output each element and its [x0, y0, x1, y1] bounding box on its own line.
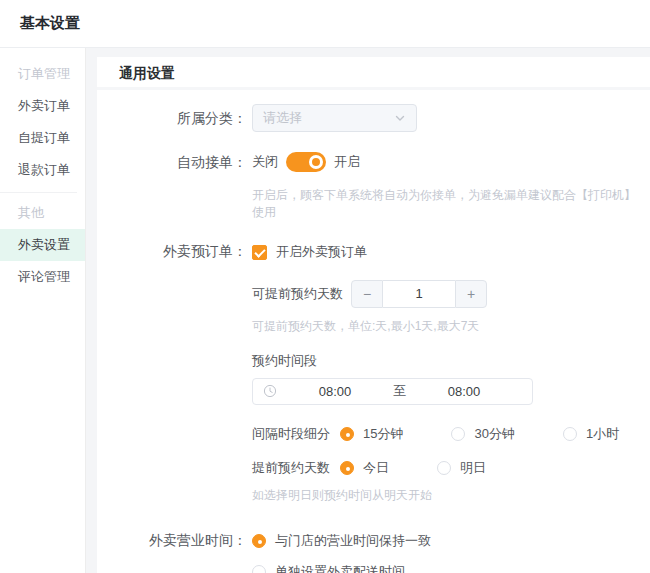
radio-same-as-store-hours[interactable]: 与门店的营业时间保持一致: [252, 532, 588, 550]
radio-selected-icon: [340, 461, 354, 475]
preorder-label: 外卖预订单：: [97, 243, 247, 260]
business-hours-label: 外卖营业时间：: [97, 532, 247, 549]
auto-accept-toggle[interactable]: [286, 152, 326, 172]
category-select[interactable]: 请选择: [252, 104, 417, 132]
stepper-decrease-button[interactable]: −: [351, 280, 383, 308]
interval-label: 间隔时段细分: [252, 425, 330, 443]
interval-radio-group: 间隔时段细分 15分钟 30分钟 1小时: [252, 425, 636, 443]
auto-accept-label: 自动接单：: [97, 148, 247, 176]
start-time-value[interactable]: 08:00: [277, 384, 393, 399]
advance-days-input[interactable]: [383, 280, 455, 308]
advance-days-line: 可提前预约天数 − +: [252, 280, 636, 308]
preorder-enable-label: 开启外卖预订单: [276, 243, 367, 261]
radio-selected-icon: [340, 427, 354, 441]
business-hours-row: 外卖营业时间： 与门店的营业时间保持一致 单独设置外卖配送时间: [97, 532, 636, 573]
reservation-time-range-picker[interactable]: 08:00 至 08:00: [252, 378, 533, 405]
auto-accept-off-label: 关闭: [252, 153, 278, 171]
sidebar: 订单管理 外卖订单 自提订单 退款订单 其他 外卖设置 评论管理: [0, 48, 86, 573]
category-select-placeholder: 请选择: [263, 109, 302, 127]
radio-unselected-icon: [563, 427, 577, 441]
advance-days-hint: 可提前预约天数，单位:天,最小1天,最大7天: [252, 318, 636, 335]
radio-custom-delivery-hours[interactable]: 单独设置外卖配送时间: [252, 563, 636, 573]
radio-today[interactable]: 今日: [340, 459, 389, 477]
takeout-settings-page: 基本设置 订单管理 外卖订单 自提订单 退款订单 其他 外卖设置 评论管理 通用…: [0, 0, 650, 573]
chevron-down-icon: [394, 112, 406, 124]
sidebar-section-other: 其他: [0, 197, 85, 229]
sidebar-item-pickup-orders[interactable]: 自提订单: [0, 122, 85, 154]
radio-tomorrow[interactable]: 明日: [437, 459, 486, 477]
sidebar-item-refund-orders[interactable]: 退款订单: [0, 154, 85, 186]
advance-day-label: 提前预约天数: [252, 459, 330, 477]
radio-interval-15min[interactable]: 15分钟: [340, 425, 403, 443]
timeslot-label: 预约时间段: [252, 352, 636, 370]
page-title: 基本设置: [20, 14, 80, 33]
preorder-enable-checkbox[interactable]: 开启外卖预订单: [252, 243, 367, 261]
sidebar-divider: [0, 192, 77, 193]
sidebar-item-takeout-orders[interactable]: 外卖订单: [0, 90, 85, 122]
radio-interval-30min[interactable]: 30分钟: [451, 425, 514, 443]
radio-unselected-icon: [252, 565, 266, 573]
auto-accept-switch-line: 关闭 开启: [252, 148, 636, 176]
radio-interval-1hour[interactable]: 1小时: [563, 425, 619, 443]
advance-day-hint: 如选择明日则预约时间从明天开始: [252, 487, 636, 504]
category-row: 所属分类： 请选择: [97, 104, 636, 132]
advance-days-label: 可提前预约天数: [252, 285, 343, 303]
settings-form: 所属分类： 请选择 自动接单： 关闭: [97, 90, 650, 573]
end-time-value[interactable]: 08:00: [406, 384, 522, 399]
advance-day-radio-group: 提前预约天数 今日 明日: [252, 459, 636, 477]
checkbox-checked-icon: [252, 245, 267, 260]
sidebar-section-order-management: 订单管理: [0, 58, 85, 90]
sidebar-item-takeout-settings[interactable]: 外卖设置: [0, 229, 85, 261]
radio-unselected-icon: [451, 427, 465, 441]
auto-accept-on-label: 开启: [334, 153, 360, 171]
general-settings-card: 通用设置 所属分类： 请选择 自动接单：: [97, 57, 650, 573]
panel-title: 通用设置: [97, 57, 650, 90]
category-label: 所属分类：: [97, 104, 247, 132]
layout: 订单管理 外卖订单 自提订单 退款订单 其他 外卖设置 评论管理 通用设置 所属…: [0, 48, 650, 573]
advance-days-stepper: − +: [351, 280, 487, 308]
radio-selected-icon: [252, 534, 266, 548]
radio-unselected-icon: [437, 461, 451, 475]
toggle-knob-icon: [309, 155, 323, 169]
auto-accept-hint: 开启后，顾客下单系统将自动为你接单，为避免漏单建议配合【打印机】使用: [252, 187, 636, 221]
clock-icon: [263, 384, 277, 398]
topbar: 基本设置: [0, 0, 650, 48]
auto-accept-row: 自动接单： 关闭 开启 开启后，顾客下单系统将自动为你接单，为避免漏单建议配合【…: [97, 148, 636, 221]
time-range-separator: 至: [393, 382, 406, 400]
stepper-increase-button[interactable]: +: [455, 280, 487, 308]
sidebar-item-comment-management[interactable]: 评论管理: [0, 261, 85, 293]
preorder-row: 外卖预订单： 开启外卖预订单 可提前预约天数 − +: [97, 243, 636, 504]
